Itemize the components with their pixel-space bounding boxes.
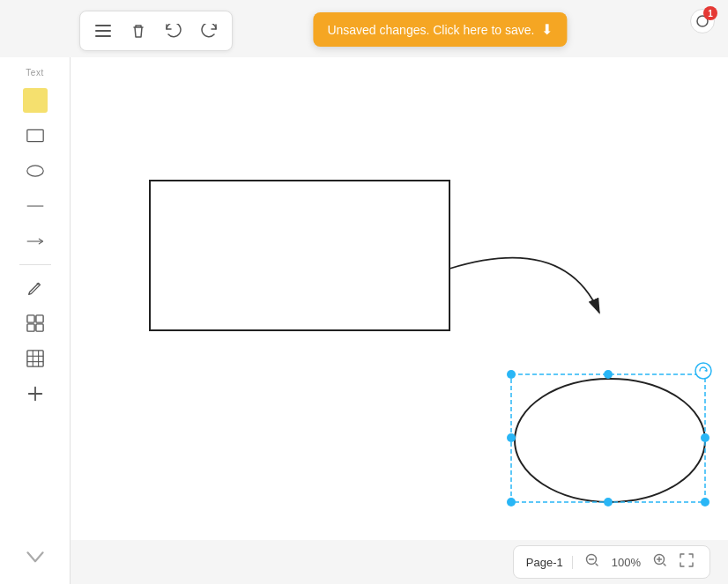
sidebar-item-more[interactable] bbox=[16, 542, 55, 573]
handle-ml[interactable] bbox=[507, 433, 516, 442]
delete-button[interactable] bbox=[124, 17, 152, 45]
sidebar-item-add[interactable] bbox=[16, 378, 55, 410]
sidebar-item-arrow[interactable] bbox=[16, 225, 55, 257]
svg-rect-4 bbox=[26, 129, 42, 141]
svg-point-20 bbox=[695, 363, 711, 379]
svg-point-5 bbox=[26, 166, 42, 176]
text-label: Text bbox=[26, 68, 43, 78]
svg-rect-9 bbox=[35, 315, 42, 322]
top-toolbar bbox=[79, 11, 233, 51]
fit-screen-button[interactable] bbox=[676, 551, 697, 573]
svg-rect-1 bbox=[95, 30, 111, 32]
sidebar-item-table[interactable] bbox=[16, 343, 55, 374]
sidebar-item-group[interactable] bbox=[16, 307, 55, 339]
ellipse-shape[interactable] bbox=[515, 379, 705, 502]
canvas-svg bbox=[71, 57, 728, 540]
handle-tl[interactable] bbox=[507, 370, 516, 379]
rectangle-shape[interactable] bbox=[150, 181, 449, 330]
handle-br[interactable] bbox=[701, 498, 709, 506]
page-controls: Page-1 100% bbox=[513, 545, 710, 579]
connector-arrow[interactable] bbox=[449, 258, 599, 313]
svg-rect-0 bbox=[95, 25, 111, 26]
handle-bl[interactable] bbox=[507, 498, 516, 506]
zoom-in-button[interactable] bbox=[650, 551, 671, 573]
svg-rect-2 bbox=[95, 35, 111, 37]
save-banner-text: Unsaved changes. Click here to save. bbox=[327, 23, 534, 37]
save-banner[interactable]: Unsaved changes. Click here to save. ⬇ bbox=[313, 12, 567, 47]
sidebar-divider-1 bbox=[19, 264, 51, 265]
svg-rect-10 bbox=[26, 324, 33, 331]
sidebar-item-sticky[interactable] bbox=[16, 85, 55, 116]
menu-button[interactable] bbox=[89, 17, 117, 45]
left-sidebar: Text bbox=[0, 57, 71, 584]
rotate-handle[interactable] bbox=[695, 363, 711, 379]
svg-line-23 bbox=[596, 564, 598, 566]
handle-mr[interactable] bbox=[701, 433, 709, 442]
handle-tc[interactable] bbox=[604, 370, 613, 379]
svg-line-27 bbox=[664, 564, 665, 566]
notification-badge[interactable]: 1 bbox=[690, 9, 715, 33]
page-label: Page-1 bbox=[526, 556, 573, 569]
bottom-bar: Page-1 100% bbox=[71, 540, 728, 584]
handle-bc[interactable] bbox=[604, 498, 613, 506]
zoom-out-button[interactable] bbox=[582, 551, 603, 573]
undo-button[interactable] bbox=[160, 17, 188, 45]
canvas-area[interactable] bbox=[71, 57, 728, 540]
svg-rect-11 bbox=[35, 324, 42, 331]
redo-button[interactable] bbox=[195, 17, 223, 45]
notification-count: 1 bbox=[703, 6, 717, 20]
zoom-percent: 100% bbox=[612, 556, 641, 569]
svg-rect-12 bbox=[26, 351, 42, 366]
download-icon: ⬇ bbox=[541, 21, 553, 38]
sidebar-item-rectangle[interactable] bbox=[16, 120, 55, 152]
sidebar-item-line[interactable] bbox=[16, 190, 55, 222]
sidebar-item-draw[interactable] bbox=[16, 272, 55, 304]
sidebar-item-ellipse[interactable] bbox=[16, 155, 55, 187]
svg-rect-8 bbox=[26, 315, 33, 322]
